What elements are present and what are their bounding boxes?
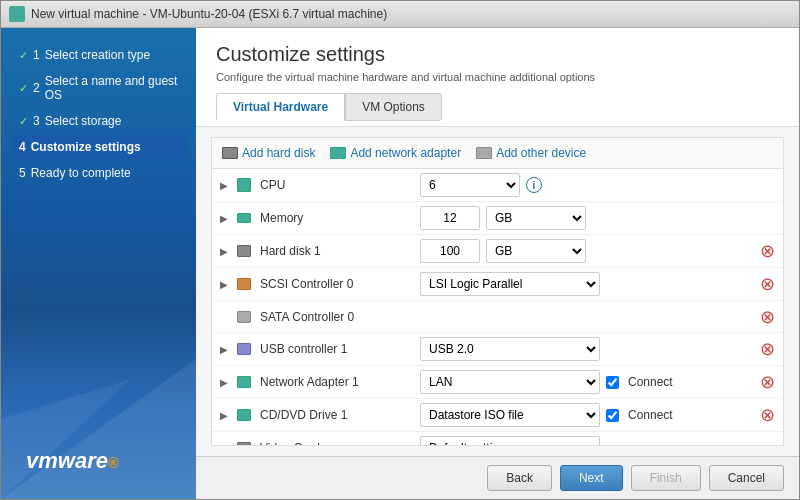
step-2-num: 2: [33, 81, 40, 95]
memory-unit-select[interactable]: GBMB: [486, 206, 586, 230]
window: New virtual machine - VM-Ubuntu-20-04 (E…: [0, 0, 800, 500]
table-row: ▶ Network Adapter 1 LANWANVM Network Con…: [212, 366, 783, 399]
expand-cpu-icon[interactable]: ▶: [220, 180, 234, 191]
harddisk-remove-button[interactable]: ⊗: [760, 240, 775, 262]
step-5-label: Ready to complete: [31, 166, 131, 180]
vmware-trademark: ®: [108, 455, 118, 471]
page-title: Customize settings: [216, 43, 779, 66]
usb-remove-button[interactable]: ⊗: [760, 338, 775, 360]
harddisk-controls: GBMBTB ⊗: [420, 239, 775, 263]
cpu-controls: 6124812 i: [420, 173, 775, 197]
network-controls: LANWANVM Network Connect ⊗: [420, 370, 775, 394]
sidebar-step-3[interactable]: ✓ 3 Select storage: [11, 109, 186, 133]
main-header: Customize settings Configure the virtual…: [196, 28, 799, 127]
harddisk-unit-select[interactable]: GBMBTB: [486, 239, 586, 263]
network-connect-checkbox[interactable]: [606, 376, 619, 389]
usb-icon: [234, 341, 254, 357]
harddisk-label: Hard disk 1: [260, 244, 420, 258]
usb-controls: USB 2.0USB 1.1USB 3.0 ⊗: [420, 337, 775, 361]
expand-network-icon[interactable]: ▶: [220, 377, 234, 388]
step-1-label: Select creation type: [45, 48, 150, 62]
cddvd-connect-checkbox[interactable]: [606, 409, 619, 422]
table-row: ▶ SCSI Controller 0 LSI Logic ParallelLS…: [212, 268, 783, 301]
hardware-panel: Add hard disk Add network adapter Add ot…: [211, 137, 784, 446]
cpu-icon: [234, 177, 254, 193]
harddisk-size-input[interactable]: [420, 239, 480, 263]
add-network-icon: [330, 147, 346, 159]
sidebar-step-4[interactable]: 4 Customize settings: [11, 135, 186, 159]
step-1-check: ✓: [19, 49, 28, 62]
titlebar: New virtual machine - VM-Ubuntu-20-04 (E…: [1, 1, 799, 28]
expand-memory-icon[interactable]: ▶: [220, 213, 234, 224]
vmware-ware: ware: [58, 448, 108, 473]
cddvd-label: CD/DVD Drive 1: [260, 408, 420, 422]
cpu-select[interactable]: 6124812: [420, 173, 520, 197]
memory-input[interactable]: [420, 206, 480, 230]
table-row: ▶ Memory GBMB: [212, 202, 783, 235]
sata-remove-button[interactable]: ⊗: [760, 306, 775, 328]
cpu-info-icon[interactable]: i: [526, 177, 542, 193]
memory-controls: GBMB: [420, 206, 775, 230]
tab-vm-options[interactable]: VM Options: [345, 93, 442, 121]
expand-cddvd-icon[interactable]: ▶: [220, 410, 234, 421]
add-network-label: Add network adapter: [350, 146, 461, 160]
table-row: ▶ CPU 6124812 i: [212, 169, 783, 202]
footer: Back Next Finish Cancel: [196, 456, 799, 499]
window-title: New virtual machine - VM-Ubuntu-20-04 (E…: [31, 7, 387, 21]
sata-label: SATA Controller 0: [260, 310, 420, 324]
main-content: Customize settings Configure the virtual…: [196, 28, 799, 499]
add-other-device-button[interactable]: Add other device: [476, 146, 586, 160]
expand-videocard-icon[interactable]: ▶: [220, 443, 234, 447]
back-button[interactable]: Back: [487, 465, 552, 491]
videocard-controls: Default settingsCustom: [420, 436, 775, 446]
add-hard-disk-label: Add hard disk: [242, 146, 315, 160]
network-connect-label: Connect: [628, 375, 673, 389]
cpu-label: CPU: [260, 178, 420, 192]
network-label: Network Adapter 1: [260, 375, 420, 389]
cddvd-controls: Datastore ISO fileClient DeviceHost Devi…: [420, 403, 775, 427]
sidebar-step-5[interactable]: 5 Ready to complete: [11, 161, 186, 185]
table-row: ▶ CD/DVD Drive 1 Datastore ISO fileClien…: [212, 399, 783, 432]
expand-usb-icon[interactable]: ▶: [220, 344, 234, 355]
table-row: ▶ SATA Controller 0 ⊗: [212, 301, 783, 333]
harddisk-icon: [234, 243, 254, 259]
device-toolbar: Add hard disk Add network adapter Add ot…: [212, 138, 783, 169]
cddvd-icon: [234, 407, 254, 423]
usb-type-select[interactable]: USB 2.0USB 1.1USB 3.0: [420, 337, 600, 361]
memory-label: Memory: [260, 211, 420, 225]
scsi-label: SCSI Controller 0: [260, 277, 420, 291]
cddvd-remove-button[interactable]: ⊗: [760, 404, 775, 426]
scsi-type-select[interactable]: LSI Logic ParallelLSI Logic SASVMware Pa…: [420, 272, 600, 296]
add-hard-disk-icon: [222, 147, 238, 159]
videocard-select[interactable]: Default settingsCustom: [420, 436, 600, 446]
window-icon: [9, 6, 25, 22]
sidebar-step-1[interactable]: ✓ 1 Select creation type: [11, 43, 186, 67]
scsi-icon: [234, 276, 254, 292]
step-3-check: ✓: [19, 115, 28, 128]
step-3-label: Select storage: [45, 114, 122, 128]
scsi-controls: LSI Logic ParallelLSI Logic SASVMware Pa…: [420, 272, 775, 296]
add-other-icon: [476, 147, 492, 159]
tab-virtual-hardware[interactable]: Virtual Hardware: [216, 93, 345, 121]
device-list: ▶ CPU 6124812 i ▶: [212, 169, 783, 446]
expand-harddisk-icon[interactable]: ▶: [220, 246, 234, 257]
usb-label: USB controller 1: [260, 342, 420, 356]
cddvd-connect-label: Connect: [628, 408, 673, 422]
network-remove-button[interactable]: ⊗: [760, 371, 775, 393]
next-button[interactable]: Next: [560, 465, 623, 491]
videocard-icon: [234, 440, 254, 446]
sidebar: ✓ 1 Select creation type ✓ 2 Select a na…: [1, 28, 196, 499]
page-subtitle: Configure the virtual machine hardware a…: [216, 71, 779, 83]
cancel-button[interactable]: Cancel: [709, 465, 784, 491]
sidebar-step-2[interactable]: ✓ 2 Select a name and guest OS: [11, 69, 186, 107]
network-select[interactable]: LANWANVM Network: [420, 370, 600, 394]
step-2-check: ✓: [19, 82, 28, 95]
table-row: ▶ Hard disk 1 GBMBTB ⊗: [212, 235, 783, 268]
step-4-num: 4: [19, 140, 26, 154]
add-network-adapter-button[interactable]: Add network adapter: [330, 146, 461, 160]
expand-scsi-icon[interactable]: ▶: [220, 279, 234, 290]
scsi-remove-button[interactable]: ⊗: [760, 273, 775, 295]
add-hard-disk-button[interactable]: Add hard disk: [222, 146, 315, 160]
cddvd-select[interactable]: Datastore ISO fileClient DeviceHost Devi…: [420, 403, 600, 427]
network-icon: [234, 374, 254, 390]
